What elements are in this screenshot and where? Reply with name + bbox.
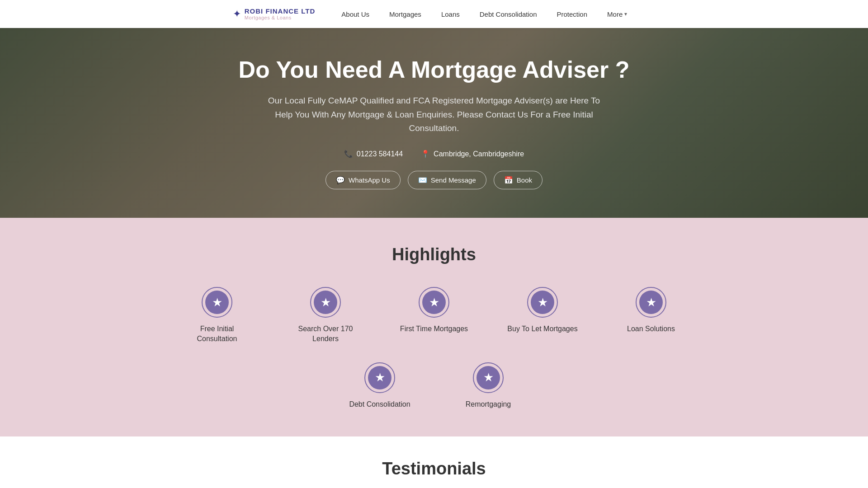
nav-loans[interactable]: Loans <box>433 7 468 22</box>
whatsapp-button[interactable]: 💬 WhatsApp Us <box>326 171 401 189</box>
hero-content: Do You Need A Mortgage Adviser ? Our Loc… <box>221 56 648 190</box>
highlight-label-1: Free Initial Consultation <box>181 324 253 344</box>
highlights-row-1: ★ Free Initial Consultation ★ Search Ove… <box>118 287 750 344</box>
send-message-label: Send Message <box>431 176 476 184</box>
hero-phone-number: 01223 584144 <box>357 150 403 158</box>
star-icon-7: ★ <box>476 366 500 389</box>
highlight-label-4: Buy To Let Mortgages <box>507 324 577 334</box>
highlights-title: Highlights <box>18 245 850 264</box>
highlight-label-7: Remortgaging <box>466 399 511 409</box>
hero-phone: 📞 01223 584144 <box>344 150 403 158</box>
nav-about-us[interactable]: About Us <box>333 7 377 22</box>
star-icon-1: ★ <box>205 291 229 314</box>
highlights-row-2: ★ Debt Consolidation ★ Remortgaging <box>344 362 524 409</box>
testimonials-section: Testimonials <box>0 436 868 488</box>
nav-more-label: More <box>607 10 623 18</box>
highlight-loan-solutions: ★ Loan Solutions <box>615 287 687 334</box>
navigation: ✦ ROBI FINANCE LTD Mortgages & Loans Abo… <box>0 0 868 28</box>
highlights-section: Highlights ★ Free Initial Consultation ★… <box>0 218 868 436</box>
star-icon-2: ★ <box>314 291 337 314</box>
highlight-circle-6: ★ <box>364 362 395 393</box>
highlight-debt-consolidation: ★ Debt Consolidation <box>344 362 416 409</box>
hero-info: 📞 01223 584144 📍 Cambridge, Cambridgeshi… <box>239 150 630 158</box>
highlight-free-consultation: ★ Free Initial Consultation <box>181 287 253 344</box>
location-icon: 📍 <box>421 150 430 158</box>
whatsapp-label: WhatsApp Us <box>349 176 390 184</box>
logo-main-text: ROBI FINANCE LTD <box>245 8 316 15</box>
logo-sub-text: Mortgages & Loans <box>245 15 316 20</box>
hero-section: Do You Need A Mortgage Adviser ? Our Loc… <box>0 28 868 218</box>
highlight-circle-5: ★ <box>636 287 666 318</box>
highlight-circle-1: ★ <box>202 287 232 318</box>
nav-debt-consolidation[interactable]: Debt Consolidation <box>472 7 545 22</box>
highlight-buy-to-let: ★ Buy To Let Mortgages <box>506 287 579 334</box>
book-label: Book <box>517 176 532 184</box>
send-message-button[interactable]: ✉️ Send Message <box>408 171 486 189</box>
highlight-circle-2: ★ <box>310 287 341 318</box>
hero-buttons: 💬 WhatsApp Us ✉️ Send Message 📅 Book <box>239 171 630 189</box>
highlight-circle-4: ★ <box>527 287 558 318</box>
star-icon-5: ★ <box>639 291 663 314</box>
highlight-remortgaging: ★ Remortgaging <box>452 362 524 409</box>
message-icon: ✉️ <box>418 176 427 184</box>
highlight-circle-3: ★ <box>419 287 449 318</box>
star-icon-3: ★ <box>422 291 446 314</box>
logo[interactable]: ✦ ROBI FINANCE LTD Mortgages & Loans <box>233 8 316 21</box>
star-icon-4: ★ <box>531 291 554 314</box>
chevron-down-icon: ▾ <box>624 11 627 17</box>
highlight-label-3: First Time Mortgages <box>400 324 468 334</box>
nav-protection[interactable]: Protection <box>549 7 596 22</box>
highlight-search-lenders: ★ Search Over 170 Lenders <box>289 287 362 344</box>
whatsapp-icon: 💬 <box>336 176 345 184</box>
highlight-circle-7: ★ <box>473 362 504 393</box>
highlight-label-5: Loan Solutions <box>627 324 675 334</box>
hero-title: Do You Need A Mortgage Adviser ? <box>239 56 630 84</box>
nav-more[interactable]: More ▾ <box>599 7 635 22</box>
hero-location-text: Cambridge, Cambridgeshire <box>434 150 524 158</box>
highlight-label-2: Search Over 170 Lenders <box>289 324 362 344</box>
hero-location: 📍 Cambridge, Cambridgeshire <box>421 150 524 158</box>
nav-links: About Us Mortgages Loans Debt Consolidat… <box>333 7 635 22</box>
highlight-first-time-mortgages: ★ First Time Mortgages <box>398 287 470 334</box>
nav-mortgages[interactable]: Mortgages <box>381 7 429 22</box>
hero-subtitle: Our Local Fully CeMAP Qualified and FCA … <box>262 94 606 135</box>
testimonials-title: Testimonials <box>0 436 868 483</box>
book-icon: 📅 <box>504 176 513 184</box>
phone-icon: 📞 <box>344 150 353 158</box>
highlight-label-6: Debt Consolidation <box>349 399 410 409</box>
logo-star-icon: ✦ <box>233 8 241 20</box>
star-icon-6: ★ <box>368 366 392 389</box>
book-button[interactable]: 📅 Book <box>494 171 542 189</box>
